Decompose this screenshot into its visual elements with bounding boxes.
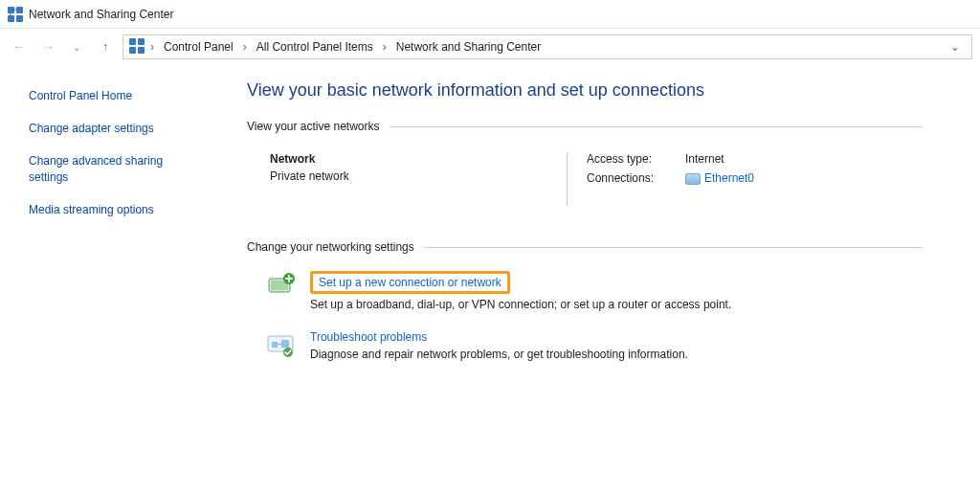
svg-rect-2 [8, 15, 14, 22]
troubleshoot-icon [266, 330, 297, 361]
nav-recent-dropdown[interactable]: ⌄ [65, 35, 88, 58]
task-link-setup-connection[interactable]: Set up a new connection or network [319, 276, 501, 289]
window-title: Network and Sharing Center [29, 8, 173, 21]
task-troubleshoot: Troubleshoot problems Diagnose and repai… [247, 325, 923, 374]
svg-rect-9 [138, 47, 145, 54]
svg-rect-7 [138, 38, 145, 45]
nav-forward-button[interactable]: → [36, 35, 59, 58]
task-desc: Set up a broadband, dial-up, or VPN conn… [310, 298, 731, 311]
ethernet-adapter-icon [685, 173, 701, 185]
sidebar-item-change-advanced-sharing[interactable]: Change advanced sharing settings [29, 153, 201, 184]
network-sharing-center-icon [129, 38, 145, 56]
svg-rect-15 [281, 340, 289, 348]
network-type: Private network [270, 169, 567, 183]
chevron-right-icon[interactable]: › [148, 38, 156, 56]
section-heading-change-settings: Change your networking settings [247, 240, 414, 254]
divider [390, 126, 923, 127]
breadcrumb-item[interactable]: Control Panel [160, 38, 237, 56]
svg-rect-3 [16, 15, 23, 22]
task-desc: Diagnose and repair network problems, or… [310, 348, 688, 361]
active-network-row: Network Private network Access type: Int… [247, 145, 923, 235]
breadcrumb-item[interactable]: All Control Panel Items [253, 38, 377, 56]
sidebar-item-change-adapter-settings[interactable]: Change adapter settings [29, 121, 201, 136]
svg-rect-0 [8, 7, 14, 13]
nav-back-button[interactable]: ← [8, 35, 31, 58]
section-heading-active-networks: View your active networks [247, 120, 380, 133]
page-title: View your basic network information and … [247, 80, 923, 101]
sidebar-item-media-streaming-options[interactable]: Media streaming options [29, 202, 201, 217]
access-type-label: Access type: [587, 152, 678, 166]
divider [567, 152, 568, 206]
highlight-box: Set up a new connection or network [310, 271, 510, 294]
nav-up-button[interactable]: ↑ [94, 35, 117, 58]
main-content: View your basic network information and … [220, 65, 980, 495]
access-type-value: Internet [685, 152, 754, 166]
task-link-troubleshoot[interactable]: Troubleshoot problems [310, 330, 427, 344]
chevron-right-icon[interactable]: › [381, 38, 389, 56]
svg-rect-1 [16, 7, 23, 13]
sidebar-item-control-panel-home[interactable]: Control Panel Home [29, 88, 201, 103]
address-bar: ← → ⌄ ↑ › Control Panel › All Control Pa… [0, 29, 980, 65]
connection-link[interactable]: Ethernet0 [704, 171, 754, 185]
task-setup-connection: Set up a new connection or network Set u… [247, 265, 923, 325]
titlebar: Network and Sharing Center [0, 0, 980, 29]
svg-rect-6 [129, 38, 136, 45]
svg-rect-8 [129, 47, 136, 54]
breadcrumb-dropdown[interactable]: ⌄ [945, 40, 966, 54]
breadcrumb-item[interactable]: Network and Sharing Center [392, 38, 545, 56]
connections-label: Connections: [587, 171, 678, 185]
chevron-right-icon[interactable]: › [241, 38, 249, 56]
breadcrumb[interactable]: › Control Panel › All Control Panel Item… [122, 34, 972, 59]
svg-rect-14 [272, 342, 278, 348]
setup-connection-icon [266, 271, 297, 302]
network-name: Network [270, 152, 567, 166]
divider [424, 247, 923, 248]
sidebar: Control Panel Home Change adapter settin… [0, 65, 220, 495]
network-sharing-center-icon [8, 7, 23, 22]
